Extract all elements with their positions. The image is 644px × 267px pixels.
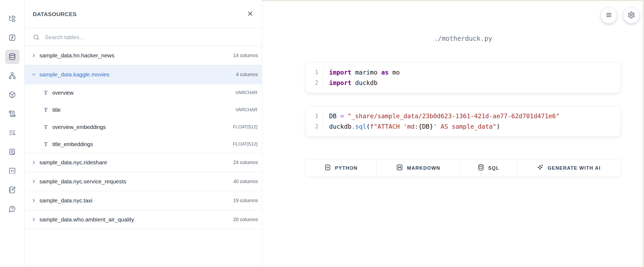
text-type-icon: T — [44, 89, 52, 96]
close-icon — [247, 10, 254, 18]
settings-gear-icon — [628, 11, 635, 20]
add-cell-bar: PYTHON MARKDOWN SQL GENERATE WITH AI — [305, 159, 621, 177]
dependency-graph-icon — [5, 69, 20, 83]
code-token: = — [340, 113, 344, 120]
rail-documentation-button[interactable] — [0, 142, 25, 161]
chevron-right-icon — [31, 179, 38, 184]
code-token: as — [381, 69, 389, 76]
table-column-count: 24 columns — [233, 160, 258, 165]
database-icon — [478, 164, 484, 172]
generate-with-ai-button[interactable]: GENERATE WITH AI — [517, 160, 621, 177]
sparkles-icon — [537, 164, 544, 172]
code-token: "_share/sample_data/23b0d623-1361-421d-a… — [348, 113, 559, 120]
column-type: FLOAT[512] — [233, 124, 257, 130]
rail-packages-button[interactable] — [0, 85, 25, 104]
function-square-icon — [5, 31, 20, 45]
text-type-icon: T — [44, 106, 52, 113]
table-row-rideshare[interactable]: sample_data.nyc.rideshare 24 columns — [25, 153, 262, 172]
column-row-title[interactable]: T title VARCHAR — [25, 101, 262, 118]
code-token: { — [418, 123, 422, 130]
column-name: overview — [52, 90, 74, 96]
add-python-cell-button[interactable]: PYTHON — [305, 160, 376, 177]
add-button-label: PYTHON — [335, 165, 358, 171]
datasources-panel-header: DATASOURCES — [25, 0, 262, 28]
code-token: ' AS sample_data" — [433, 123, 496, 130]
table-column-count: 19 columns — [233, 198, 258, 203]
code-token: marimo — [351, 69, 381, 76]
code-cell-attach-db[interactable]: 1 2 DB = "_share/sample_data/23b0d623-13… — [305, 106, 621, 137]
search-tables-row — [25, 28, 262, 46]
table-row-taxi[interactable]: sample_data.nyc.taxi 19 columns — [25, 191, 262, 210]
column-row-overview-embeddings[interactable]: T overview_embeddings FLOAT[512] — [25, 118, 262, 136]
code-token: DB — [422, 123, 430, 130]
table-column-count: 14 columns — [233, 53, 258, 58]
rail-logs-button[interactable] — [0, 104, 25, 123]
column-type: VARCHAR — [235, 107, 257, 113]
add-markdown-cell-button[interactable]: MARKDOWN — [376, 160, 460, 177]
code-token: } — [430, 123, 433, 130]
table-name: sample_data.nyc.service_requests — [39, 178, 126, 185]
table-column-count: 20 columns — [233, 217, 258, 222]
code-editor[interactable]: import marimo as moimport duckdb — [323, 67, 400, 88]
code-token: import — [329, 79, 351, 86]
notebook-menu-button[interactable] — [601, 7, 617, 24]
help-chat-icon — [5, 202, 20, 216]
notebook-filename[interactable]: ./motherduck.py — [305, 34, 621, 43]
table-name: sample_data.nyc.rideshare — [39, 159, 107, 166]
movies-columns-group: T overview VARCHAR T title VARCHAR T ove… — [25, 84, 262, 153]
code-token: f"ATTACH 'md: — [370, 123, 418, 130]
notebook-content: ./motherduck.py 1 2 import marimo as moi… — [305, 0, 621, 177]
table-column-count: 4 columns — [236, 72, 258, 77]
rail-datasources-button[interactable] — [0, 47, 25, 66]
add-sql-cell-button[interactable]: SQL — [460, 160, 516, 177]
add-button-label: SQL — [488, 165, 500, 171]
table-name: sample_data.hn.hacker_news — [39, 52, 114, 59]
column-type: VARCHAR — [235, 90, 257, 95]
rail-tracebacks-button[interactable] — [0, 123, 25, 142]
table-row-kaggle-movies[interactable]: sample_data.kaggle.movies 4 columns — [25, 65, 262, 84]
rail-scratchpad-button[interactable] — [0, 180, 25, 199]
rail-dependencies-button[interactable] — [0, 66, 25, 85]
table-row-ambient-air-quality[interactable]: sample_data.who.ambient_air_quality 20 c… — [25, 210, 262, 229]
folder-tree-icon — [5, 12, 20, 26]
code-snippets-icon — [5, 164, 20, 178]
notebook-actions — [601, 7, 640, 24]
settings-button[interactable] — [623, 7, 640, 24]
search-icon — [33, 34, 40, 41]
chevron-right-icon — [31, 198, 38, 203]
search-tables-input[interactable] — [44, 34, 254, 41]
code-token: . — [351, 123, 355, 130]
datasources-panel: DATASOURCES sample_data.hn.hacker_news 1… — [25, 0, 262, 267]
chevron-right-icon — [31, 160, 38, 165]
code-editor[interactable]: DB = "_share/sample_data/23b0d623-1361-4… — [323, 111, 560, 132]
rail-snippets-button[interactable] — [0, 161, 25, 180]
table-row-hacker-news[interactable]: sample_data.hn.hacker_news 14 columns — [25, 46, 262, 65]
database-icon — [5, 50, 20, 64]
code-token: duckdb — [351, 79, 377, 86]
rail-help-button[interactable] — [0, 199, 25, 218]
right-edge-strip — [643, 0, 644, 267]
code-cell-imports[interactable]: 1 2 import marimo as moimport duckdb — [305, 62, 621, 93]
code-token: ( — [366, 123, 370, 130]
rail-variables-button[interactable] — [0, 28, 25, 47]
table-name: sample_data.kaggle.movies — [39, 71, 109, 78]
column-row-overview[interactable]: T overview VARCHAR — [25, 84, 262, 101]
column-row-title-embeddings[interactable]: T title_embeddings FLOAT[512] — [25, 136, 262, 153]
menu-icon — [605, 11, 613, 20]
add-button-label: MARKDOWN — [407, 165, 440, 171]
table-row-service-requests[interactable]: sample_data.nyc.service_requests 40 colu… — [25, 172, 262, 191]
package-box-icon — [5, 88, 20, 102]
notebook-area: ./motherduck.py 1 2 import marimo as moi… — [262, 0, 644, 267]
code-token: ) — [496, 123, 500, 130]
sidebar-rail — [0, 0, 25, 267]
code-line: duckdb.sql(f"ATTACH 'md:{DB}' AS sample_… — [329, 121, 560, 132]
close-panel-button[interactable] — [244, 8, 256, 20]
chevron-right-icon — [31, 217, 38, 222]
app-window: DATASOURCES sample_data.hn.hacker_news 1… — [0, 0, 644, 267]
line-number-gutter: 1 2 — [305, 111, 323, 132]
square-code-icon — [324, 164, 331, 172]
square-m-icon — [396, 164, 403, 172]
code-token — [344, 113, 348, 120]
scratchpad-icon — [5, 183, 20, 197]
rail-file-explorer-button[interactable] — [0, 9, 25, 28]
